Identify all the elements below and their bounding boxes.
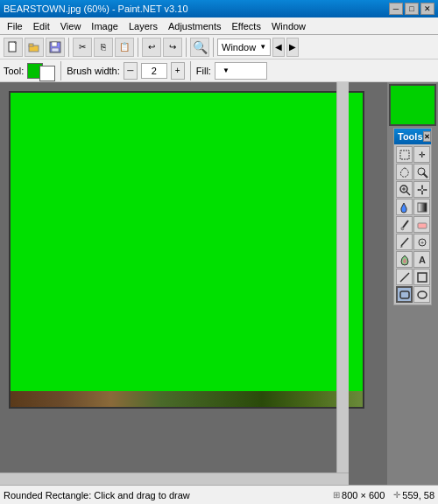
brush-width-decrease[interactable]: ─ <box>124 62 138 80</box>
vertical-scrollbar[interactable] <box>336 82 349 472</box>
svg-rect-29 <box>400 291 409 298</box>
close-button[interactable]: ✕ <box>420 3 434 15</box>
toolbar1: ✂ ⎘ 📋 ↩ ↪ 🔍 Window ▼ ◀ ▶ <box>0 35 438 60</box>
scroll-left-button[interactable]: ◀ <box>272 38 285 57</box>
separator4 <box>213 38 214 57</box>
svg-rect-5 <box>52 48 59 52</box>
menu-file[interactable]: File <box>2 19 28 33</box>
svg-text:+: + <box>420 240 424 246</box>
svg-text:A: A <box>419 255 426 265</box>
recolor-tool[interactable] <box>396 251 413 268</box>
size-icon: ⊞ <box>333 490 340 500</box>
undo-button[interactable]: ↩ <box>142 38 161 57</box>
tool-options-bar: Tool: Brush width: ─ + Fill: ▼ <box>0 60 438 82</box>
new-button[interactable] <box>4 38 23 57</box>
copy-button[interactable]: ⎘ <box>94 38 113 57</box>
cut-button[interactable]: ✂ <box>73 38 92 57</box>
svg-rect-2 <box>29 44 33 46</box>
tools-title-label: Tools <box>398 131 423 142</box>
text-tool[interactable]: A <box>413 251 430 268</box>
status-size: ⊞ 800 × 600 <box>333 490 385 500</box>
svg-rect-6 <box>400 150 409 159</box>
separator3 <box>186 38 187 57</box>
thumbnail <box>389 84 436 126</box>
tools-panel-title: Tools ✕ <box>394 129 431 144</box>
redo-button[interactable]: ↪ <box>163 38 182 57</box>
svg-rect-28 <box>418 273 427 282</box>
minimize-button[interactable]: ─ <box>389 3 403 15</box>
tool-label: Tool: <box>4 66 24 76</box>
menu-effects[interactable]: Effects <box>227 19 266 33</box>
separator2 <box>138 38 138 57</box>
horizontal-scrollbar[interactable] <box>0 472 349 485</box>
lasso-tool[interactable] <box>396 164 413 180</box>
pan-tool[interactable] <box>413 181 430 198</box>
separator1 <box>68 38 69 57</box>
rounded-rect-tool[interactable] <box>396 286 413 303</box>
brush-width-input[interactable] <box>141 63 167 79</box>
svg-line-12 <box>406 192 410 195</box>
svg-rect-19 <box>418 203 427 212</box>
status-message: Rounded Rectangle: Click and drag to dra… <box>4 490 324 500</box>
dropdown-arrow-icon: ▼ <box>259 43 266 51</box>
tools-close-button[interactable]: ✕ <box>423 131 431 142</box>
open-button[interactable] <box>25 38 44 57</box>
canvas-container[interactable] <box>0 82 387 485</box>
menu-image[interactable]: Image <box>86 19 124 33</box>
separator5 <box>60 61 61 80</box>
menu-bar: File Edit View Image Layers Adjustments … <box>0 18 438 35</box>
zoom-out-button[interactable]: 🔍 <box>190 38 209 57</box>
status-bar: Rounded Rectangle: Click and drag to dra… <box>0 485 438 504</box>
menu-layers[interactable]: Layers <box>124 19 163 33</box>
canvas-image-strip <box>11 391 363 407</box>
fill-label: Fill: <box>196 66 211 76</box>
maximize-button[interactable]: □ <box>405 3 419 15</box>
menu-adjustments[interactable]: Adjustments <box>163 19 227 33</box>
canvas[interactable] <box>9 91 364 409</box>
svg-line-20 <box>403 220 408 228</box>
save-button[interactable] <box>46 38 65 57</box>
tools-grid: ✛ <box>394 144 431 304</box>
separator6 <box>190 61 191 80</box>
window-dropdown[interactable]: Window ▼ <box>217 38 271 56</box>
fill-dropdown-arrow-icon: ▼ <box>223 66 230 74</box>
eraser-tool[interactable] <box>413 216 430 233</box>
ellipse-tool[interactable] <box>413 286 430 303</box>
menu-edit[interactable]: Edit <box>28 19 55 33</box>
paintbrush-tool[interactable] <box>396 216 413 233</box>
clone-stamp-tool[interactable]: + <box>413 234 430 250</box>
gradient-tool[interactable] <box>413 199 430 215</box>
fill-dropdown[interactable]: ▼ <box>215 62 267 80</box>
rectangle-select-tool[interactable] <box>396 146 413 163</box>
move-tool[interactable]: ✛ <box>413 146 430 163</box>
title-bar: BEARSTOWN.jpg (60%) - Paint.NET v3.10 ─ … <box>0 0 438 18</box>
zoom-tool[interactable] <box>396 181 413 198</box>
svg-point-8 <box>418 168 425 175</box>
svg-marker-23 <box>400 246 403 248</box>
paint-bucket-tool[interactable] <box>396 199 413 215</box>
title-buttons: ─ □ ✕ <box>389 3 434 15</box>
pencil-tool[interactable] <box>396 234 413 250</box>
title-text: BEARSTOWN.jpg (60%) - Paint.NET v3.10 <box>4 4 188 14</box>
secondary-color-swatch[interactable] <box>39 66 55 81</box>
line-tool[interactable] <box>396 269 413 285</box>
shapes-tool[interactable] <box>413 269 430 285</box>
menu-window[interactable]: Window <box>266 19 311 33</box>
paste-button[interactable]: 📋 <box>115 38 134 57</box>
tools-panel: Tools ✕ ✛ <box>393 128 432 305</box>
menu-view[interactable]: View <box>55 19 87 33</box>
status-position: ✛ 559, 58 <box>393 490 434 500</box>
brush-width-label: Brush width: <box>67 66 120 76</box>
svg-rect-21 <box>418 223 427 228</box>
magic-wand-tool[interactable] <box>413 164 430 180</box>
brush-width-increase[interactable]: + <box>171 62 185 80</box>
svg-point-30 <box>418 291 427 298</box>
svg-rect-0 <box>9 42 16 52</box>
svg-line-27 <box>400 273 409 282</box>
scroll-right-button[interactable]: ▶ <box>286 38 299 57</box>
right-panel: Tools ✕ ✛ <box>387 82 438 485</box>
svg-rect-4 <box>52 42 57 46</box>
main-area: Tools ✕ ✛ <box>0 82 438 485</box>
canvas-wrapper <box>9 91 378 409</box>
position-icon: ✛ <box>393 490 400 500</box>
